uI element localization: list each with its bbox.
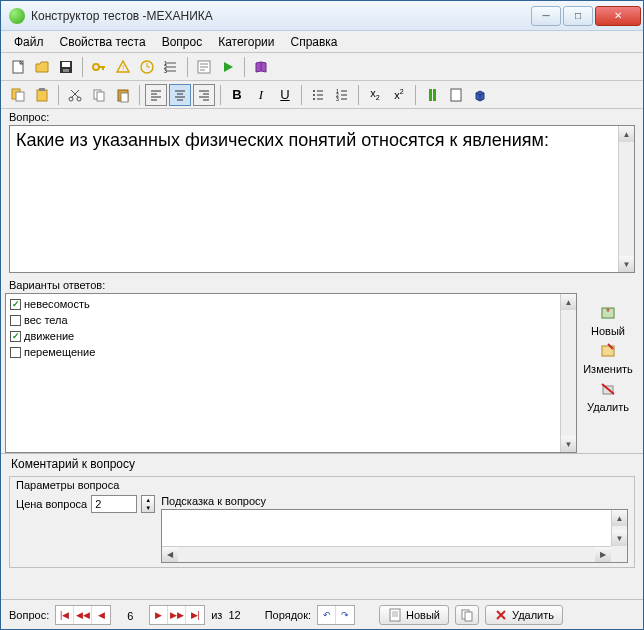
price-spinner[interactable]: ▲▼ — [141, 495, 155, 513]
scroll-up-icon[interactable]: ▲ — [619, 126, 634, 142]
svg-rect-60 — [451, 89, 461, 101]
nav-next-button[interactable]: ▶ — [150, 606, 168, 624]
checkbox-icon[interactable] — [10, 347, 21, 358]
answers-scrollbar[interactable]: ▲ ▼ — [560, 294, 576, 452]
answer-item[interactable]: вес тела — [10, 312, 572, 328]
answers-label: Варианты ответов: — [1, 277, 643, 293]
menu-file[interactable]: Файл — [7, 33, 51, 51]
clock-button[interactable] — [136, 56, 158, 78]
bullet-list-button[interactable] — [307, 84, 329, 106]
scroll-up-icon[interactable]: ▲ — [561, 294, 576, 310]
align-right-button[interactable] — [193, 84, 215, 106]
book-button[interactable] — [250, 56, 272, 78]
delete-icon — [598, 379, 618, 399]
open-file-button[interactable] — [31, 56, 53, 78]
paste-question-button[interactable] — [31, 84, 53, 106]
new-icon: * — [598, 303, 618, 323]
scroll-down-icon[interactable]: ▼ — [561, 436, 576, 452]
x-icon — [494, 608, 508, 622]
edit-answer-button[interactable]: Изменить — [583, 341, 633, 375]
menu-question[interactable]: Вопрос — [155, 33, 210, 51]
menu-help[interactable]: Справка — [283, 33, 344, 51]
maximize-button[interactable]: □ — [563, 6, 593, 26]
list-button[interactable]: 123 — [160, 56, 182, 78]
new-answer-button[interactable]: * Новый — [591, 303, 625, 337]
hint-textarea[interactable]: ▲▼ ◀▶ — [161, 509, 628, 563]
window-title: Конструктор тестов -МЕХАНИКА — [31, 9, 529, 23]
green-marker-button[interactable] — [421, 84, 443, 106]
new-question-button[interactable]: Новый — [379, 605, 449, 625]
order-undo-button[interactable]: ↶ — [318, 606, 336, 624]
warning-button[interactable]: ! — [112, 56, 134, 78]
answer-item[interactable]: ✓движение — [10, 328, 572, 344]
align-center-button[interactable] — [169, 84, 191, 106]
scroll-down-icon[interactable]: ▼ — [619, 256, 634, 272]
delete-question-button[interactable]: Удалить — [485, 605, 563, 625]
question-textarea[interactable] — [10, 126, 618, 272]
nav-next-group: ▶ ▶▶ ▶| — [149, 605, 205, 625]
delete-answer-button[interactable]: Удалить — [587, 379, 629, 413]
answer-item[interactable]: перемещение — [10, 344, 572, 360]
titlebar: Конструктор тестов -МЕХАНИКА ─ □ ✕ — [1, 1, 643, 31]
params-header: Параметры вопроса — [10, 477, 634, 493]
play-button[interactable] — [217, 56, 239, 78]
svg-point-4 — [93, 64, 99, 70]
svg-text:*: * — [606, 307, 610, 318]
menu-categories[interactable]: Категории — [211, 33, 281, 51]
save-button[interactable] — [55, 56, 77, 78]
checkbox-checked-icon[interactable]: ✓ — [10, 331, 21, 342]
copy-question-button[interactable] — [7, 84, 29, 106]
superscript-button[interactable]: x2 — [388, 84, 410, 106]
copy-icon — [460, 608, 474, 622]
subscript-button[interactable]: x2 — [364, 84, 386, 106]
nav-prev-button[interactable]: ◀ — [92, 606, 110, 624]
underline-button[interactable]: U — [274, 84, 296, 106]
checkbox-icon[interactable] — [10, 315, 21, 326]
form-button[interactable] — [193, 56, 215, 78]
order-redo-button[interactable]: ↷ — [336, 606, 354, 624]
minimize-button[interactable]: ─ — [531, 6, 561, 26]
insert-page-button[interactable] — [445, 84, 467, 106]
question-scrollbar[interactable]: ▲ ▼ — [618, 126, 634, 272]
new-file-button[interactable] — [7, 56, 29, 78]
nav-first-button[interactable]: |◀ — [56, 606, 74, 624]
answer-item[interactable]: ✓невесомость — [10, 296, 572, 312]
paste-button[interactable] — [112, 84, 134, 106]
current-question: 6 — [117, 608, 143, 622]
answers-list: ✓невесомость вес тела ✓движение перемеще… — [5, 293, 577, 453]
price-input[interactable] — [91, 495, 137, 513]
bold-button[interactable]: B — [226, 84, 248, 106]
cut-button[interactable] — [64, 84, 86, 106]
cube-button[interactable] — [469, 84, 491, 106]
order-label: Порядок: — [265, 609, 311, 621]
params-panel: Параметры вопроса Цена вопроса ▲▼ Подска… — [9, 476, 635, 568]
toolbar-1: ! 123 — [1, 53, 643, 81]
edit-icon — [598, 341, 618, 361]
numbered-list-button[interactable]: 123 — [331, 84, 353, 106]
menubar: Файл Свойства теста Вопрос Категории Спр… — [1, 31, 643, 53]
key-button[interactable] — [88, 56, 110, 78]
nav-next-page-button[interactable]: ▶▶ — [168, 606, 186, 624]
answers-sidebar: * Новый Изменить Удалить — [577, 293, 639, 453]
svg-rect-25 — [39, 88, 45, 91]
svg-point-50 — [313, 98, 315, 100]
copy-button[interactable] — [88, 84, 110, 106]
hint-label: Подсказка к вопросу — [161, 495, 628, 507]
svg-rect-70 — [390, 609, 400, 621]
question-editor: ▲ ▼ — [9, 125, 635, 273]
align-left-button[interactable] — [145, 84, 167, 106]
menu-test-props[interactable]: Свойства теста — [53, 33, 153, 51]
app-window: Конструктор тестов -МЕХАНИКА ─ □ ✕ Файл … — [0, 0, 644, 630]
close-button[interactable]: ✕ — [595, 6, 641, 26]
app-icon — [9, 8, 25, 24]
hint-vscroll[interactable]: ▲▼ — [611, 510, 627, 546]
copy-question-button-2[interactable] — [455, 605, 479, 625]
svg-rect-59 — [433, 89, 436, 101]
checkbox-checked-icon[interactable]: ✓ — [10, 299, 21, 310]
nav-last-button[interactable]: ▶| — [186, 606, 204, 624]
italic-button[interactable]: I — [250, 84, 272, 106]
statusbar: Вопрос: |◀ ◀◀ ◀ 6 ▶ ▶▶ ▶| из 12 Порядок:… — [1, 599, 643, 629]
nav-prev-page-button[interactable]: ◀◀ — [74, 606, 92, 624]
hint-hscroll[interactable]: ◀▶ — [162, 546, 611, 562]
svg-rect-2 — [62, 62, 70, 67]
